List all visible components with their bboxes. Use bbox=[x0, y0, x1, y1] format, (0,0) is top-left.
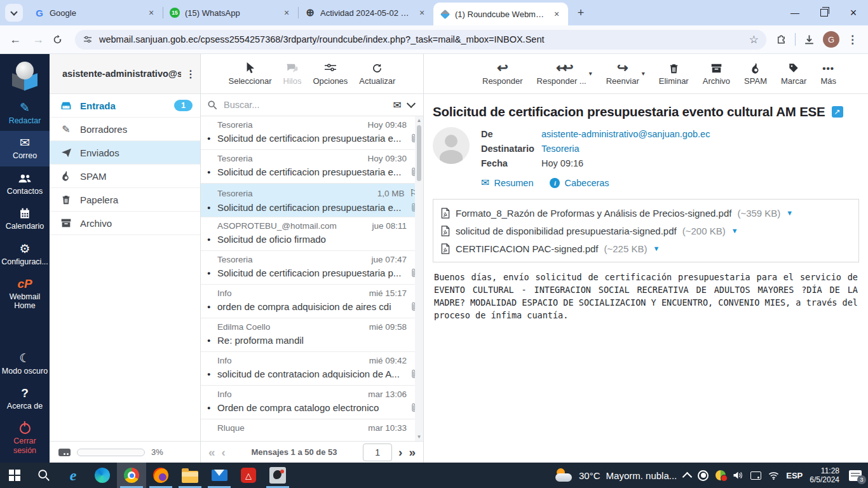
attachment-item[interactable]: solicitud de disponibilidad presupuestar… bbox=[441, 222, 851, 240]
tab-google[interactable]: G Google × bbox=[28, 0, 163, 25]
select-button[interactable]: Seleccionar bbox=[229, 62, 272, 86]
sidebar-item-configuracion[interactable]: ⚙ Configuraci... bbox=[0, 237, 50, 272]
taskbar-file-explorer[interactable] bbox=[175, 463, 205, 488]
scrollbar-thumb[interactable] bbox=[417, 125, 421, 181]
attachment-menu-icon[interactable]: ▼ bbox=[786, 209, 793, 217]
extensions-icon[interactable] bbox=[775, 34, 787, 46]
list-scrollbar[interactable]: ▲ ▼ bbox=[415, 116, 423, 441]
attachment-item[interactable]: Formato_8_Razón de Proformas y Análisis … bbox=[441, 204, 851, 222]
window-restore-button[interactable] bbox=[810, 0, 839, 25]
list-item[interactable]: Infomié 15:17 ●orden de compra adquisici… bbox=[201, 285, 423, 318]
search-input[interactable] bbox=[222, 99, 388, 111]
list-item[interactable]: ASOPROTEBU_@hotmail.comjue 08:11 ●Solici… bbox=[201, 217, 423, 251]
sidebar-item-redactar[interactable]: ✎ Redactar bbox=[0, 96, 50, 131]
sidebar-item-modo-oscuro[interactable]: ☾ Modo oscuro bbox=[0, 346, 50, 381]
window-minimize-button[interactable]: — bbox=[780, 0, 810, 25]
close-tab-icon[interactable]: × bbox=[417, 8, 427, 18]
tab-search-button[interactable] bbox=[5, 4, 23, 22]
taskbar-clock[interactable]: 11:28 6/5/2024 bbox=[810, 466, 839, 484]
open-external-icon[interactable]: ↗ bbox=[832, 106, 843, 118]
close-tab-icon[interactable]: × bbox=[146, 8, 156, 18]
browser-menu-icon[interactable]: ⋮ bbox=[847, 33, 858, 46]
to-address-link[interactable]: Tesoreria bbox=[541, 142, 580, 156]
page-last-button[interactable]: » bbox=[409, 445, 416, 459]
notification-center-icon[interactable]: 3 bbox=[849, 470, 862, 481]
page-next-button[interactable]: › bbox=[398, 445, 402, 459]
folder-archivo[interactable]: Archivo bbox=[50, 212, 200, 235]
attachment-menu-icon[interactable]: ▼ bbox=[653, 245, 660, 252]
close-tab-icon[interactable]: × bbox=[552, 9, 562, 19]
options-button[interactable]: Opciones bbox=[313, 62, 348, 86]
profile-avatar[interactable]: G bbox=[823, 31, 839, 48]
list-item[interactable]: Tesoreriajue 07:47 ●Solicitud de certifi… bbox=[201, 251, 423, 285]
antivirus-tray-icon[interactable] bbox=[715, 470, 726, 480]
volume-icon[interactable] bbox=[733, 471, 743, 480]
sidebar-item-contactos[interactable]: Contactos bbox=[0, 166, 50, 201]
tab-actividad[interactable]: ⊕ Actividad 2024-05-02 07:30:00 × bbox=[299, 0, 433, 25]
list-item[interactable]: TesoreriaHoy 09:30 ●Solicitud de certifi… bbox=[201, 150, 423, 184]
tab-roundcube-active[interactable]: (1) Roundcube Webmail :: Envia × bbox=[433, 3, 568, 25]
taskbar-ie[interactable]: e bbox=[58, 463, 88, 488]
chevron-down-icon[interactable] bbox=[407, 99, 416, 108]
refresh-button[interactable]: Actualizar bbox=[359, 62, 395, 86]
mark-button[interactable]: Marcar bbox=[781, 62, 806, 86]
list-item[interactable]: Edilma Coellomié 09:58 ●Re: proforma man… bbox=[201, 318, 423, 352]
sidebar-item-correo[interactable]: ✉ Correo bbox=[0, 131, 50, 166]
window-close-button[interactable]: × bbox=[839, 0, 868, 25]
list-item[interactable]: Infomar 13:06 ●Orden de compra catalogo … bbox=[201, 386, 423, 419]
list-item[interactable]: Rluquemar 10:33 bbox=[201, 419, 423, 438]
downloads-icon[interactable] bbox=[803, 34, 815, 46]
sidebar-item-acerca-de[interactable]: ? Acerca de bbox=[0, 381, 50, 416]
from-address-link[interactable]: asistente-administrativo@sanjuan.gob.ec bbox=[541, 127, 710, 142]
start-button[interactable] bbox=[0, 463, 29, 488]
sidebar-item-webmail-home[interactable]: cP Webmail Home bbox=[0, 272, 50, 316]
search-scope-icon[interactable]: ✉ bbox=[393, 99, 402, 111]
taskbar-chrome[interactable] bbox=[117, 463, 146, 488]
roundcube-logo[interactable] bbox=[10, 62, 39, 90]
scroll-up-icon[interactable]: ▲ bbox=[417, 118, 422, 123]
address-bar[interactable]: webmail.sanjuan.gob.ec/cpsess2554257368/… bbox=[75, 30, 766, 50]
headers-link[interactable]: iCabeceras bbox=[550, 178, 609, 188]
chevron-down-icon[interactable]: ▾ bbox=[642, 70, 645, 86]
reply-all-button[interactable]: ↩↩ Responder ... bbox=[537, 62, 587, 86]
page-first-button[interactable]: « bbox=[208, 445, 215, 459]
page-number-input[interactable] bbox=[363, 444, 392, 461]
summary-link[interactable]: ✉Resumen bbox=[481, 177, 533, 189]
folder-spam[interactable]: SPAM bbox=[50, 165, 200, 188]
close-tab-icon[interactable]: × bbox=[281, 8, 292, 18]
taskbar-acrobat[interactable]: △ bbox=[234, 463, 263, 488]
taskbar-firefox[interactable] bbox=[146, 463, 175, 488]
reply-button[interactable]: ↩ Responder bbox=[482, 62, 523, 86]
more-button[interactable]: ••• Más bbox=[820, 62, 836, 86]
taskbar-mail[interactable] bbox=[205, 463, 234, 488]
attachment-menu-icon[interactable]: ▼ bbox=[731, 227, 738, 234]
record-tray-icon[interactable] bbox=[698, 470, 709, 481]
cast-tray-icon[interactable] bbox=[750, 471, 761, 480]
archive-button[interactable]: Archivo bbox=[703, 62, 730, 86]
taskbar-edge[interactable] bbox=[88, 463, 117, 488]
spam-button[interactable]: SPAM bbox=[744, 62, 767, 86]
folder-borradores[interactable]: ✎ Borradores bbox=[50, 118, 200, 141]
back-button[interactable]: ← bbox=[6, 33, 24, 46]
folder-entrada[interactable]: Entrada 1 bbox=[50, 94, 200, 118]
threads-button[interactable]: Hilos bbox=[283, 62, 302, 86]
bookmark-star-icon[interactable]: ☆ bbox=[749, 33, 759, 46]
chevron-down-icon[interactable]: ▾ bbox=[589, 70, 592, 86]
taskbar-search-button[interactable] bbox=[29, 463, 58, 488]
delete-button[interactable]: Eliminar bbox=[659, 62, 689, 86]
taskbar-java-app[interactable] bbox=[263, 463, 292, 488]
forward-button[interactable]: → bbox=[29, 33, 47, 46]
folder-enviados[interactable]: Enviados bbox=[50, 141, 200, 165]
list-item[interactable]: Infomié 09:42 ●solicitud de contratacion… bbox=[201, 352, 423, 386]
reload-button[interactable] bbox=[52, 34, 70, 45]
wifi-icon[interactable] bbox=[768, 471, 779, 480]
tray-expand-icon[interactable] bbox=[682, 471, 693, 482]
tab-whatsapp[interactable]: 15 (15) WhatsApp × bbox=[163, 0, 298, 25]
new-tab-button[interactable]: + bbox=[572, 4, 590, 22]
list-item-selected[interactable]: Tesoreria1,0 MB⚐ ●Solicitud de certifica… bbox=[201, 184, 423, 217]
attachment-item[interactable]: CERTIFICACION PAC-signed.pdf (~225 KB) ▼ bbox=[441, 240, 851, 257]
sidebar-item-calendario[interactable]: Calendario bbox=[0, 201, 50, 236]
page-prev-button[interactable]: ‹ bbox=[222, 445, 226, 459]
sidebar-item-cerrar-sesion[interactable]: Cerrar sesión bbox=[0, 416, 50, 463]
list-item[interactable]: TesoreriaHoy 09:48 ●Solicitud de certifi… bbox=[201, 116, 423, 150]
